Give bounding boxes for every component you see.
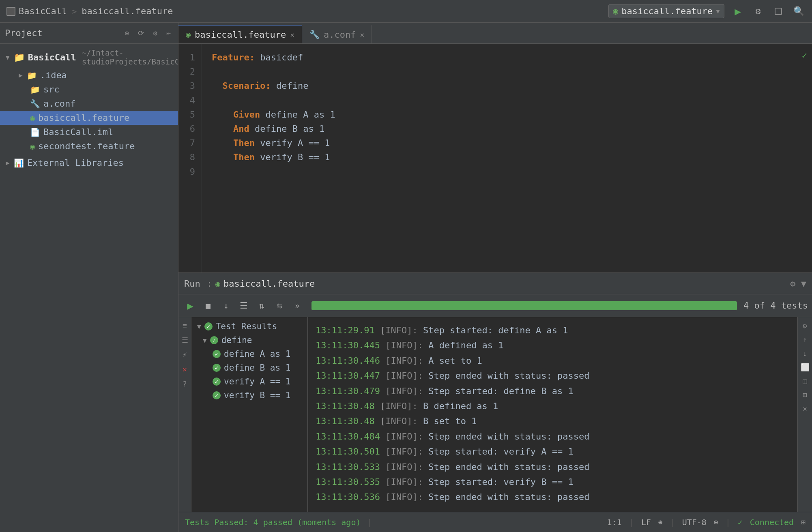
line-num-4: 4 (178, 93, 195, 107)
rp-settings-btn[interactable]: ⚙ (799, 320, 811, 332)
left-icon-plugin[interactable]: ⚡ (179, 349, 191, 360)
run-label: Run (184, 279, 200, 289)
define-ok-badge: ✓ (210, 336, 218, 344)
sidebar-collapse-btn[interactable]: ⇤ (164, 27, 173, 39)
run-expand-button[interactable]: ⇅ (254, 298, 269, 313)
tree-item-iml[interactable]: 📄 BasicCall.iml (0, 125, 178, 139)
code-editor[interactable]: 1 2 3 4 5 6 7 8 9 Feature: basicdef Scen… (178, 44, 812, 272)
rp-scroll-up-btn[interactable]: ↑ (799, 333, 811, 345)
run-more-button[interactable]: » (290, 298, 305, 313)
result-define-a-label: define A as 1 (224, 349, 290, 359)
result-item-define-b[interactable]: ✓ define B as 1 (191, 361, 307, 375)
log-entry-9: 13:11:30.501 [INFO]: Step started: verif… (316, 444, 790, 459)
keyword-given: Given (233, 109, 260, 120)
statusbar: Tests Passed: 4 passed (moments ago) | 1… (178, 512, 812, 532)
test-count: 4 of 4 tests (743, 300, 808, 311)
layout-icon (775, 8, 782, 15)
tree-item-ext-libs[interactable]: ▶ 📊 External Libraries (0, 156, 178, 170)
rp-grid-btn[interactable]: ⊞ (799, 388, 811, 401)
test-results-tree: ▼ ✓ Test Results ▼ ✓ define ✓ (191, 317, 308, 532)
log-entry-1: 13:11:29.91 [INFO]: Step started: define… (316, 323, 790, 338)
line-num-7: 7 (178, 136, 195, 150)
left-icon-error[interactable]: ✕ (179, 363, 191, 375)
status-encoding-icon: ⊕ (714, 518, 718, 526)
left-icon-list[interactable]: ☰ (179, 334, 191, 345)
tree-item-secondtest[interactable]: ◉ secondtest.feature (0, 139, 178, 153)
verify-b-ok-badge: ✓ (213, 391, 221, 399)
tree-item-root[interactable]: ▼ 📁 BasicCall ~/Intact-studioProjects/Ba… (0, 46, 178, 68)
blank-line-9 (212, 167, 217, 177)
verify-a-ok-badge: ✓ (213, 378, 221, 386)
iml-label: BasicCall.iml (43, 127, 113, 137)
tab-basiccall-feature[interactable]: ◉ basiccall.feature ✕ (178, 25, 302, 43)
titlebar-left: BasicCall > basiccall.feature (6, 6, 173, 16)
and-value: define B as 1 (249, 124, 324, 134)
keyword-feature: Feature: (212, 52, 255, 62)
right-panel-buttons: ⚙ ↑ ↓ ⬜ ◫ ⊞ ✕ (797, 317, 812, 532)
rp-scroll-down-btn[interactable]: ↓ (799, 347, 811, 359)
log-entry-12: 13:11:30.536 [INFO]: Step ended with sta… (316, 489, 790, 504)
result-item-root[interactable]: ▼ ✓ Test Results (191, 320, 307, 333)
iml-icon: 📄 (30, 127, 40, 137)
title-file: basiccall.feature (82, 6, 173, 16)
tab-aconf-label: a.conf (324, 30, 356, 40)
run-config-selector[interactable]: ◉ basiccall.feature ▼ (608, 4, 724, 18)
log-output[interactable]: 13:11:29.91 [INFO]: Step started: define… (308, 317, 797, 532)
line-num-3: 3 (178, 79, 195, 93)
tab-aconf-close[interactable]: ✕ (360, 30, 365, 39)
line-num-1: 1 (178, 50, 195, 64)
log-entry-10: 13:11:30.533 [INFO]: Step ended with sta… (316, 459, 790, 474)
run-collapse-button[interactable]: ⇆ (272, 298, 287, 313)
sidebar-toolbar: Project ⊕ ⟳ ⚙ ⇤ (0, 23, 178, 44)
define-a-ok-badge: ✓ (213, 350, 221, 358)
sidebar-sync-btn[interactable]: ⟳ (135, 27, 146, 39)
run-settings-btn[interactable]: ⚙ ▼ (790, 279, 806, 289)
log-entry-2: 13:11:30.445 [INFO]: A defined as 1 (316, 338, 790, 353)
sidebar-add-btn[interactable]: ⊕ (122, 27, 131, 39)
then-value-2: verify B == 1 (255, 152, 330, 162)
feature-icon: ◉ (30, 113, 35, 123)
line-num-8: 8 (178, 150, 195, 164)
run-stop-button[interactable]: ■ (200, 298, 216, 313)
left-icon-help[interactable]: ? (179, 378, 191, 389)
run-config-chevron-icon: ▼ (716, 7, 720, 15)
run-button[interactable]: ▶ (731, 4, 745, 18)
keyword-and: And (233, 124, 249, 134)
app-square-icon (6, 7, 15, 16)
run-sort-alpha-button[interactable]: ☰ (236, 298, 251, 313)
result-item-define-a[interactable]: ✓ define A as 1 (191, 347, 307, 361)
search-button[interactable]: 🔍 (792, 4, 806, 18)
status-lf: LF (641, 517, 651, 527)
rp-layout-btn[interactable]: ⬜ (799, 361, 811, 373)
src-folder-icon: 📁 (30, 85, 40, 94)
tree-item-src[interactable]: 📁 src (0, 82, 178, 97)
tree-item-basiccall-feature[interactable]: ◉ basiccall.feature (0, 111, 178, 125)
left-icon-lines[interactable]: ≡ (179, 320, 191, 331)
app-icon-title: BasicCall (6, 6, 67, 16)
titlebar: BasicCall > basiccall.feature ◉ basiccal… (0, 0, 812, 23)
keyword-then-1: Then (233, 138, 255, 148)
result-item-define[interactable]: ▼ ✓ define (191, 333, 307, 347)
root-collapse-arrow: ▼ (197, 323, 201, 330)
tree-item-idea[interactable]: ▶ 📁 .idea (0, 68, 178, 82)
run-play-button[interactable]: ▶ (183, 298, 198, 313)
editor-area: ◉ basiccall.feature ✕ 🔧 a.conf ✕ 1 2 3 4… (178, 23, 812, 532)
tab-basiccall-close[interactable]: ✕ (290, 30, 294, 39)
result-item-verify-a[interactable]: ✓ verify A == 1 (191, 375, 307, 388)
run-feature-icon: ◉ (215, 279, 220, 289)
code-content[interactable]: Feature: basicdef Scenario: define Given… (202, 44, 812, 272)
status-sep-1: | (367, 517, 372, 527)
run-tab-basiccall[interactable]: ◉ basiccall.feature (215, 279, 315, 289)
tree-item-aconf[interactable]: 🔧 a.conf (0, 97, 178, 111)
layout-button[interactable] (771, 4, 785, 18)
gear-button[interactable]: ⚙ (751, 4, 765, 18)
status-last-icon: ⊞ (801, 518, 806, 526)
rp-close-btn[interactable]: ✕ (799, 402, 811, 414)
rp-window-btn[interactable]: ◫ (799, 375, 811, 387)
secondtest-label: secondtest.feature (38, 141, 135, 151)
progress-bar-container (311, 301, 737, 310)
run-sort-asc-button[interactable]: ↓ (218, 298, 234, 313)
result-item-verify-b[interactable]: ✓ verify B == 1 (191, 388, 307, 402)
tab-aconf[interactable]: 🔧 a.conf ✕ (302, 25, 372, 43)
sidebar-settings-btn[interactable]: ⚙ (150, 27, 160, 39)
